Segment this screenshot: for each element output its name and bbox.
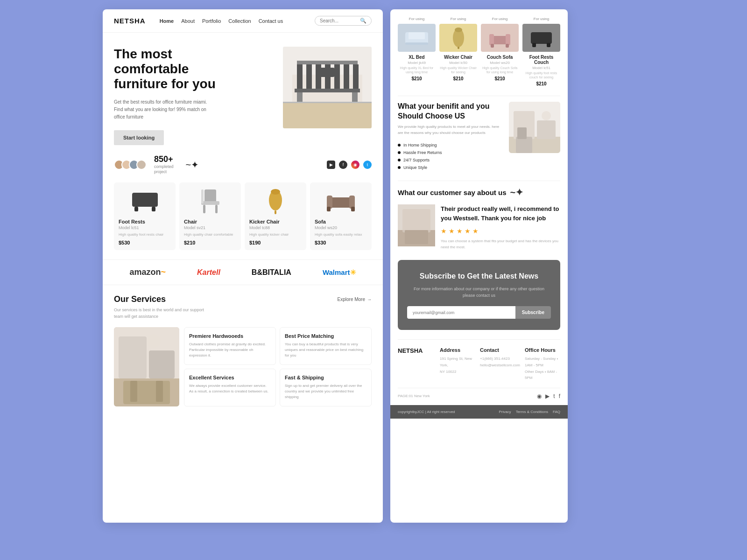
navbar: NETSHA Home About Portfolio Collection C… <box>103 9 383 33</box>
bullet-icon <box>398 166 401 169</box>
testimonial-quote: Their product really well, i recommend t… <box>441 204 560 223</box>
nav-search-box: 🔍 <box>315 16 372 26</box>
product-foot-rests[interactable]: Foot Rests Model lc51 High quality foot … <box>114 182 176 250</box>
svg-rect-15 <box>320 68 334 77</box>
stat-number: 850+ <box>154 154 174 164</box>
nav-about[interactable]: About <box>181 18 195 24</box>
svg-rect-19 <box>204 189 216 203</box>
product-name: Sofa <box>315 219 367 224</box>
facebook-footer-icon[interactable]: f <box>559 393 560 399</box>
services-title: Our Services <box>114 294 166 304</box>
copyright-text: copyrightbyJCC | All right reserved <box>398 410 455 414</box>
product-name: Foot Rests <box>119 219 171 224</box>
explore-more-link[interactable]: Explore More → <box>338 297 372 302</box>
svg-point-59 <box>542 111 551 120</box>
product-sofa[interactable]: Sofa Model ws20 High quality sofa easily… <box>310 182 372 250</box>
tp-price: $210 <box>398 76 436 81</box>
subscribe-email-input[interactable] <box>407 306 515 319</box>
service-card-0: Premiere Hardwooeds Outward clothes prom… <box>184 327 276 365</box>
product-chair[interactable]: Chair Model sv21 High quality chair comf… <box>179 182 241 250</box>
search-input[interactable] <box>320 18 357 23</box>
terms-link[interactable]: Terms & Conditions <box>516 410 548 414</box>
svg-rect-10 <box>353 64 359 89</box>
product-price: $210 <box>184 240 236 245</box>
svg-rect-38 <box>130 381 137 402</box>
privacy-link[interactable]: Privacy <box>499 410 511 414</box>
instagram-icon[interactable]: ◉ <box>351 161 359 169</box>
nav-contact[interactable]: Contact us <box>259 18 283 24</box>
tp-name: Foot Rests Couch <box>522 55 560 65</box>
product-model: Model lc51 <box>119 225 171 230</box>
svg-rect-22 <box>215 205 218 213</box>
twitter-icon[interactable]: t <box>363 161 372 169</box>
testimonial-wrapper: Their product really well, i recommend t… <box>398 204 560 251</box>
svg-rect-41 <box>405 42 428 45</box>
start-looking-button[interactable]: Start looking <box>114 130 164 145</box>
stat-label: completed project <box>154 164 174 175</box>
footer-contact: Contact +1(866) 351-4423 hello@westsellc… <box>480 347 520 381</box>
decorative-squiggle: ~✦ <box>186 159 199 170</box>
subscribe-section: Subscribe to Get the Latest News For mor… <box>398 260 560 330</box>
copyright-links: Privacy Terms & Conditions FAQ <box>499 410 560 414</box>
subscribe-title: Subscribe to Get the Latest News <box>407 271 551 281</box>
product-img-sofa <box>315 187 367 215</box>
svg-rect-1 <box>283 103 372 128</box>
tp-for-using: For using <box>439 17 477 21</box>
product-desc: High quality chair comfortable <box>184 232 236 237</box>
tp-img-2 <box>481 24 519 52</box>
testimonial-desc: You can choose a system that fits your b… <box>441 238 560 251</box>
product-desc: High quality kicker chair <box>249 232 302 237</box>
service-title: Premiere Hardwooeds <box>189 333 271 339</box>
svg-rect-39 <box>156 381 163 402</box>
youtube-footer-icon[interactable]: ▶ <box>545 393 550 399</box>
hero-title: The most comfortable furniture for you <box>114 47 274 92</box>
svg-rect-28 <box>327 196 332 209</box>
star-rating: ★ ★ ★ ★ ★ <box>441 227 560 235</box>
tp-name: Couch Sofa <box>481 55 519 60</box>
tp-name: Wicker Chair <box>439 55 477 60</box>
why-list: In Home Shipping Hassle Free Returns 24/… <box>398 141 503 171</box>
left-panel: NETSHA Home About Portfolio Collection C… <box>103 9 383 523</box>
tp-img-0 <box>398 24 436 52</box>
instagram-footer-icon[interactable]: ◉ <box>537 393 542 399</box>
tp-for-using: For using <box>398 17 436 21</box>
brands-row: amazon~ Kartell B&BITALIA Walmart✳ <box>103 259 383 285</box>
tp-price: $210 <box>481 76 519 81</box>
product-kicker[interactable]: Kicker Chair Model tc88 High quality kic… <box>245 182 306 250</box>
nav-logo: NETSHA <box>114 17 146 25</box>
facebook-icon[interactable]: f <box>339 161 347 169</box>
brand-amazon: amazon~ <box>130 267 166 277</box>
svg-rect-45 <box>458 47 459 49</box>
svg-rect-51 <box>531 32 552 44</box>
youtube-icon[interactable]: ▶ <box>327 161 335 169</box>
svg-rect-2 <box>297 61 358 64</box>
svg-rect-57 <box>537 120 556 139</box>
service-desc: Outward clothes promise at gravity do ex… <box>189 342 271 358</box>
subscribe-button[interactable]: Subscribe <box>515 306 551 319</box>
faq-link[interactable]: FAQ <box>553 410 560 414</box>
bullet-icon <box>398 151 401 154</box>
nav-links: Home About Portfolio Collection Contact … <box>160 18 305 24</box>
svg-rect-52 <box>532 43 536 47</box>
nav-portfolio[interactable]: Portfolio <box>202 18 221 24</box>
svg-rect-8 <box>334 64 340 89</box>
tp-card-2[interactable]: For using Couch Sofa Model ws20 High qua… <box>481 17 519 86</box>
testimonial-title: What our customer say about us ~✦ <box>398 187 560 198</box>
tp-card-0[interactable]: For using XL Bed Model jk49 High quality… <box>398 17 436 86</box>
svg-rect-18 <box>152 207 155 211</box>
tp-card-1[interactable]: For using Wicker Chair Model lc50 High q… <box>439 17 477 86</box>
divider <box>398 181 560 181</box>
nav-collection[interactable]: Collection <box>228 18 251 24</box>
svg-rect-31 <box>351 207 355 211</box>
nav-home[interactable]: Home <box>160 18 174 24</box>
svg-rect-6 <box>316 64 321 89</box>
svg-rect-20 <box>201 201 219 205</box>
why-list-item: Unique Style <box>398 164 503 171</box>
svg-rect-16 <box>132 193 158 207</box>
product-model: Model tc88 <box>249 225 302 230</box>
testimonial-image <box>398 204 435 246</box>
tp-name: XL Bed <box>398 55 436 60</box>
twitter-footer-icon[interactable]: t <box>553 393 555 399</box>
tp-card-3[interactable]: For using Foot Rests Couch Model lc51 Hi… <box>522 17 560 86</box>
tp-model: Model lc51 <box>522 66 560 70</box>
